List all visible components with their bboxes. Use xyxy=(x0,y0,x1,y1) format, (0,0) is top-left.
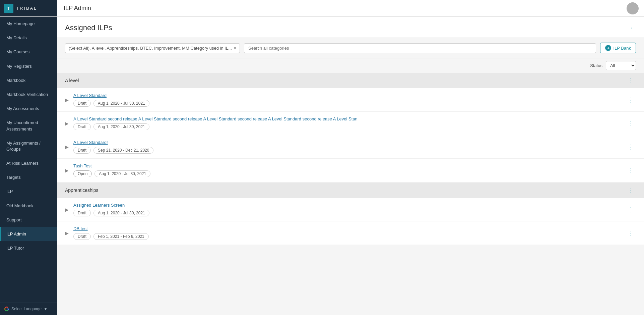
logo-name: TRIBAL xyxy=(16,6,38,11)
ilp-menu-button[interactable]: ⋮ xyxy=(626,205,636,214)
categories-container: A level⋮▶A Level StandardDraftAug 1, 202… xyxy=(57,73,644,245)
sidebar-item-my-courses[interactable]: My Courses xyxy=(0,45,57,59)
sidebar-item-targets[interactable]: Targets xyxy=(0,170,57,185)
main-layout: My HomepageMy DetailsMy CoursesMy Regist… xyxy=(0,17,644,315)
search-input[interactable] xyxy=(248,46,592,51)
category-menu-button-apprenticeships[interactable]: ⋮ xyxy=(626,186,636,195)
category-section-a-level: A level⋮▶A Level StandardDraftAug 1, 202… xyxy=(57,73,644,182)
ilp-bank-label: ILP Bank xyxy=(613,46,631,51)
google-icon xyxy=(4,306,9,312)
category-header-apprenticeships: Apprenticeships⋮ xyxy=(57,182,644,198)
status-badge: Aug 1, 2020 - Jul 30, 2021 xyxy=(93,210,149,216)
status-badge: Aug 1, 2020 - Jul 30, 2021 xyxy=(93,123,149,130)
badge-row: OpenAug 1, 2020 - Jul 30, 2021 xyxy=(73,170,621,177)
ilp-row: ▶A Level Standard second release A Level… xyxy=(57,112,644,135)
badge-row: DraftAug 1, 2020 - Jul 30, 2021 xyxy=(73,123,621,130)
status-badge: Sep 21, 2020 - Dec 21, 2020 xyxy=(93,147,153,154)
ilp-title[interactable]: A Level Standard second release A Level … xyxy=(73,116,621,121)
category-dropdown-value: (Select All), A level, Apprenticeships, … xyxy=(69,46,232,51)
page-header: Assigned ILPs ← xyxy=(57,17,644,38)
ilp-row: ▶Tash TestOpenAug 1, 2020 - Jul 30, 2021… xyxy=(57,159,644,182)
status-badge: Aug 1, 2020 - Jul 30, 2021 xyxy=(93,100,149,107)
badge-row: DraftFeb 1, 2021 - Feb 6, 2021 xyxy=(73,233,621,240)
sidebar-item-ilp-admin[interactable]: ILP Admin xyxy=(0,227,57,241)
category-name-apprenticeships: Apprenticeships xyxy=(65,188,99,193)
content-area: Assigned ILPs ← (Select All), A level, A… xyxy=(57,17,644,315)
sidebar-item-my-details[interactable]: My Details xyxy=(0,31,57,45)
category-dropdown[interactable]: (Select All), A level, Apprenticeships, … xyxy=(65,43,240,53)
sidebar-item-ilp[interactable]: ILP xyxy=(0,185,57,199)
language-dropdown-arrow: ▼ xyxy=(44,307,48,311)
expand-arrow[interactable]: ▶ xyxy=(65,121,69,126)
expand-arrow[interactable]: ▶ xyxy=(65,230,69,236)
expand-arrow[interactable]: ▶ xyxy=(65,168,69,173)
status-badge: Draft xyxy=(73,233,91,240)
avatar-image xyxy=(627,2,639,14)
status-badge: Aug 1, 2020 - Jul 30, 2021 xyxy=(94,170,150,177)
category-name-a-level: A level xyxy=(65,78,79,83)
expand-arrow[interactable]: ▶ xyxy=(65,207,69,212)
sidebar-item-old-markbook[interactable]: Old Markbook xyxy=(0,199,57,213)
sidebar-item-markbook-verification[interactable]: Markbook Verification xyxy=(0,88,57,102)
ilp-info: DB testDraftFeb 1, 2021 - Feb 6, 2021 xyxy=(73,226,621,240)
ilp-info: A Level Standard!DraftSep 21, 2020 - Dec… xyxy=(73,140,621,154)
ilp-row: ▶A Level Standard!DraftSep 21, 2020 - De… xyxy=(57,135,644,159)
sidebar-item-my-assignments-groups[interactable]: My Assignments / Groups xyxy=(0,136,57,156)
ilp-menu-button[interactable]: ⋮ xyxy=(626,96,636,104)
ilp-info: A Level Standard second release A Level … xyxy=(73,116,621,130)
sidebar-item-at-risk-learners[interactable]: At Risk Learners xyxy=(0,156,57,170)
sidebar-footer[interactable]: Select Language ▼ xyxy=(0,303,57,315)
expand-arrow[interactable]: ▶ xyxy=(65,97,69,103)
filter-bar: (Select All), A level, Apprenticeships, … xyxy=(57,38,644,58)
ilp-menu-button[interactable]: ⋮ xyxy=(626,143,636,151)
sidebar-item-markbook[interactable]: Markbook xyxy=(0,73,57,88)
ilp-title[interactable]: Tash Test xyxy=(73,163,621,168)
ilp-title[interactable]: A Level Standard! xyxy=(73,140,621,145)
status-badge: Draft xyxy=(73,147,91,154)
ilp-title[interactable]: DB test xyxy=(73,226,621,231)
status-badge: Draft xyxy=(73,100,91,107)
topbar: T TRIBAL ILP Admin xyxy=(0,0,644,17)
status-badge: Open xyxy=(73,170,92,177)
status-badge: Draft xyxy=(73,123,91,130)
category-header-a-level: A level⋮ xyxy=(57,73,644,88)
ilp-title[interactable]: A Level Standard xyxy=(73,93,621,98)
logo: T TRIBAL xyxy=(0,0,57,16)
status-bar: Status AllDraftOpenClosed xyxy=(57,58,644,73)
sidebar-item-ilp-tutor[interactable]: ILP Tutor xyxy=(0,241,57,255)
ilp-row: ▶A Level StandardDraftAug 1, 2020 - Jul … xyxy=(57,88,644,112)
ilp-menu-button[interactable]: ⋮ xyxy=(626,229,636,238)
select-language-label: Select Language xyxy=(11,307,42,311)
plus-icon: + xyxy=(605,45,611,51)
badge-row: DraftSep 21, 2020 - Dec 21, 2020 xyxy=(73,147,621,154)
status-badge: Feb 1, 2021 - Feb 6, 2021 xyxy=(93,233,149,240)
sidebar-item-my-unconfirmed-assessments[interactable]: My Unconfirmed Assessments xyxy=(0,116,57,136)
ilp-row: ▶DB testDraftFeb 1, 2021 - Feb 6, 2021⋮ xyxy=(57,221,644,245)
ilp-title[interactable]: Assigned Learners Screen xyxy=(73,203,621,208)
ilp-row: ▶Assigned Learners ScreenDraftAug 1, 202… xyxy=(57,198,644,221)
category-section-apprenticeships: Apprenticeships⋮▶Assigned Learners Scree… xyxy=(57,182,644,245)
ilp-menu-button[interactable]: ⋮ xyxy=(626,119,636,128)
user-avatar[interactable] xyxy=(627,2,639,14)
sidebar-item-my-assessments[interactable]: My Assessments xyxy=(0,102,57,116)
ilp-info: Tash TestOpenAug 1, 2020 - Jul 30, 2021 xyxy=(73,163,621,177)
ilp-bank-button[interactable]: + ILP Bank xyxy=(600,43,636,53)
back-button[interactable]: ← xyxy=(630,24,636,32)
sidebar-item-support[interactable]: Support xyxy=(0,213,57,227)
status-label: Status xyxy=(590,63,602,68)
status-select[interactable]: AllDraftOpenClosed xyxy=(606,61,636,70)
category-menu-button-a-level[interactable]: ⋮ xyxy=(626,76,636,85)
logo-icon: T xyxy=(4,4,13,13)
page-title: Assigned ILPs xyxy=(65,23,112,32)
sidebar-item-my-registers[interactable]: My Registers xyxy=(0,59,57,73)
page-app-title: ILP Admin xyxy=(57,5,627,12)
ilp-info: A Level StandardDraftAug 1, 2020 - Jul 3… xyxy=(73,93,621,107)
status-badge: Draft xyxy=(73,210,91,216)
sidebar-item-my-homepage[interactable]: My Homepage xyxy=(0,17,57,31)
badge-row: DraftAug 1, 2020 - Jul 30, 2021 xyxy=(73,100,621,107)
expand-arrow[interactable]: ▶ xyxy=(65,144,69,150)
badge-row: DraftAug 1, 2020 - Jul 30, 2021 xyxy=(73,210,621,216)
ilp-menu-button[interactable]: ⋮ xyxy=(626,166,636,175)
ilp-info: Assigned Learners ScreenDraftAug 1, 2020… xyxy=(73,203,621,216)
sidebar: My HomepageMy DetailsMy CoursesMy Regist… xyxy=(0,17,57,315)
